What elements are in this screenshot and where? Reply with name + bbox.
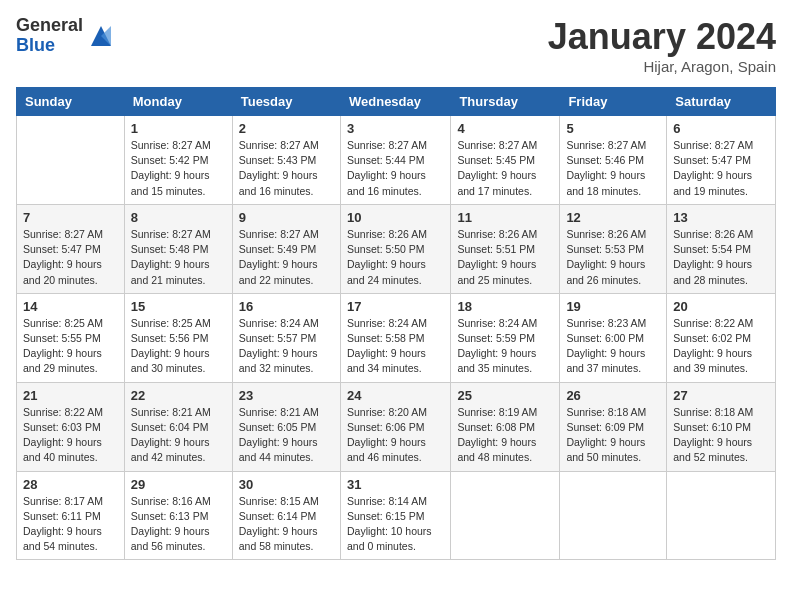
calendar-week-row: 7Sunrise: 8:27 AMSunset: 5:47 PMDaylight… xyxy=(17,204,776,293)
day-detail: Sunrise: 8:18 AMSunset: 6:09 PMDaylight:… xyxy=(566,405,660,466)
day-number: 11 xyxy=(457,210,553,225)
day-detail: Sunrise: 8:24 AMSunset: 5:59 PMDaylight:… xyxy=(457,316,553,377)
calendar-day-cell: 24Sunrise: 8:20 AMSunset: 6:06 PMDayligh… xyxy=(340,382,450,471)
day-detail: Sunrise: 8:27 AMSunset: 5:44 PMDaylight:… xyxy=(347,138,444,199)
calendar-day-cell: 23Sunrise: 8:21 AMSunset: 6:05 PMDayligh… xyxy=(232,382,340,471)
calendar-table: SundayMondayTuesdayWednesdayThursdayFrid… xyxy=(16,87,776,560)
calendar-day-cell: 3Sunrise: 8:27 AMSunset: 5:44 PMDaylight… xyxy=(340,116,450,205)
day-detail: Sunrise: 8:26 AMSunset: 5:54 PMDaylight:… xyxy=(673,227,769,288)
calendar-day-cell xyxy=(560,471,667,560)
logo-blue: Blue xyxy=(16,36,83,56)
calendar-day-cell: 1Sunrise: 8:27 AMSunset: 5:42 PMDaylight… xyxy=(124,116,232,205)
day-detail: Sunrise: 8:22 AMSunset: 6:03 PMDaylight:… xyxy=(23,405,118,466)
calendar-day-cell: 31Sunrise: 8:14 AMSunset: 6:15 PMDayligh… xyxy=(340,471,450,560)
day-number: 19 xyxy=(566,299,660,314)
day-number: 6 xyxy=(673,121,769,136)
calendar-day-cell: 9Sunrise: 8:27 AMSunset: 5:49 PMDaylight… xyxy=(232,204,340,293)
calendar-day-cell: 26Sunrise: 8:18 AMSunset: 6:09 PMDayligh… xyxy=(560,382,667,471)
day-number: 9 xyxy=(239,210,334,225)
day-number: 18 xyxy=(457,299,553,314)
calendar-day-cell: 27Sunrise: 8:18 AMSunset: 6:10 PMDayligh… xyxy=(667,382,776,471)
day-detail: Sunrise: 8:27 AMSunset: 5:47 PMDaylight:… xyxy=(673,138,769,199)
day-of-week-header: Sunday xyxy=(17,88,125,116)
day-detail: Sunrise: 8:17 AMSunset: 6:11 PMDaylight:… xyxy=(23,494,118,555)
day-detail: Sunrise: 8:19 AMSunset: 6:08 PMDaylight:… xyxy=(457,405,553,466)
day-number: 15 xyxy=(131,299,226,314)
calendar-header-row: SundayMondayTuesdayWednesdayThursdayFrid… xyxy=(17,88,776,116)
day-number: 1 xyxy=(131,121,226,136)
day-number: 26 xyxy=(566,388,660,403)
day-detail: Sunrise: 8:25 AMSunset: 5:55 PMDaylight:… xyxy=(23,316,118,377)
day-detail: Sunrise: 8:27 AMSunset: 5:42 PMDaylight:… xyxy=(131,138,226,199)
day-number: 17 xyxy=(347,299,444,314)
calendar-week-row: 14Sunrise: 8:25 AMSunset: 5:55 PMDayligh… xyxy=(17,293,776,382)
calendar-day-cell: 11Sunrise: 8:26 AMSunset: 5:51 PMDayligh… xyxy=(451,204,560,293)
day-number: 31 xyxy=(347,477,444,492)
day-number: 5 xyxy=(566,121,660,136)
calendar-day-cell: 5Sunrise: 8:27 AMSunset: 5:46 PMDaylight… xyxy=(560,116,667,205)
day-detail: Sunrise: 8:24 AMSunset: 5:58 PMDaylight:… xyxy=(347,316,444,377)
calendar-day-cell: 28Sunrise: 8:17 AMSunset: 6:11 PMDayligh… xyxy=(17,471,125,560)
calendar-day-cell: 10Sunrise: 8:26 AMSunset: 5:50 PMDayligh… xyxy=(340,204,450,293)
day-number: 8 xyxy=(131,210,226,225)
day-of-week-header: Saturday xyxy=(667,88,776,116)
day-detail: Sunrise: 8:26 AMSunset: 5:50 PMDaylight:… xyxy=(347,227,444,288)
day-detail: Sunrise: 8:15 AMSunset: 6:14 PMDaylight:… xyxy=(239,494,334,555)
calendar-day-cell: 25Sunrise: 8:19 AMSunset: 6:08 PMDayligh… xyxy=(451,382,560,471)
day-of-week-header: Tuesday xyxy=(232,88,340,116)
calendar-day-cell: 18Sunrise: 8:24 AMSunset: 5:59 PMDayligh… xyxy=(451,293,560,382)
logo-general: General xyxy=(16,16,83,36)
day-number: 12 xyxy=(566,210,660,225)
day-number: 13 xyxy=(673,210,769,225)
calendar-day-cell: 21Sunrise: 8:22 AMSunset: 6:03 PMDayligh… xyxy=(17,382,125,471)
day-detail: Sunrise: 8:27 AMSunset: 5:43 PMDaylight:… xyxy=(239,138,334,199)
day-number: 3 xyxy=(347,121,444,136)
calendar-day-cell: 16Sunrise: 8:24 AMSunset: 5:57 PMDayligh… xyxy=(232,293,340,382)
calendar-day-cell: 8Sunrise: 8:27 AMSunset: 5:48 PMDaylight… xyxy=(124,204,232,293)
day-number: 4 xyxy=(457,121,553,136)
location-subtitle: Hijar, Aragon, Spain xyxy=(548,58,776,75)
day-detail: Sunrise: 8:27 AMSunset: 5:45 PMDaylight:… xyxy=(457,138,553,199)
calendar-day-cell: 17Sunrise: 8:24 AMSunset: 5:58 PMDayligh… xyxy=(340,293,450,382)
day-number: 28 xyxy=(23,477,118,492)
calendar-day-cell: 2Sunrise: 8:27 AMSunset: 5:43 PMDaylight… xyxy=(232,116,340,205)
calendar-week-row: 1Sunrise: 8:27 AMSunset: 5:42 PMDaylight… xyxy=(17,116,776,205)
calendar-day-cell: 29Sunrise: 8:16 AMSunset: 6:13 PMDayligh… xyxy=(124,471,232,560)
day-of-week-header: Friday xyxy=(560,88,667,116)
day-of-week-header: Wednesday xyxy=(340,88,450,116)
day-detail: Sunrise: 8:14 AMSunset: 6:15 PMDaylight:… xyxy=(347,494,444,555)
calendar-week-row: 21Sunrise: 8:22 AMSunset: 6:03 PMDayligh… xyxy=(17,382,776,471)
day-detail: Sunrise: 8:20 AMSunset: 6:06 PMDaylight:… xyxy=(347,405,444,466)
day-detail: Sunrise: 8:26 AMSunset: 5:51 PMDaylight:… xyxy=(457,227,553,288)
day-detail: Sunrise: 8:21 AMSunset: 6:05 PMDaylight:… xyxy=(239,405,334,466)
day-number: 20 xyxy=(673,299,769,314)
calendar-day-cell: 19Sunrise: 8:23 AMSunset: 6:00 PMDayligh… xyxy=(560,293,667,382)
calendar-day-cell xyxy=(451,471,560,560)
calendar-day-cell: 20Sunrise: 8:22 AMSunset: 6:02 PMDayligh… xyxy=(667,293,776,382)
day-number: 2 xyxy=(239,121,334,136)
day-number: 14 xyxy=(23,299,118,314)
day-number: 21 xyxy=(23,388,118,403)
day-detail: Sunrise: 8:16 AMSunset: 6:13 PMDaylight:… xyxy=(131,494,226,555)
day-detail: Sunrise: 8:27 AMSunset: 5:48 PMDaylight:… xyxy=(131,227,226,288)
day-detail: Sunrise: 8:23 AMSunset: 6:00 PMDaylight:… xyxy=(566,316,660,377)
day-number: 24 xyxy=(347,388,444,403)
day-detail: Sunrise: 8:18 AMSunset: 6:10 PMDaylight:… xyxy=(673,405,769,466)
day-of-week-header: Monday xyxy=(124,88,232,116)
day-detail: Sunrise: 8:27 AMSunset: 5:47 PMDaylight:… xyxy=(23,227,118,288)
day-of-week-header: Thursday xyxy=(451,88,560,116)
day-detail: Sunrise: 8:27 AMSunset: 5:49 PMDaylight:… xyxy=(239,227,334,288)
calendar-week-row: 28Sunrise: 8:17 AMSunset: 6:11 PMDayligh… xyxy=(17,471,776,560)
day-number: 30 xyxy=(239,477,334,492)
title-block: January 2024 Hijar, Aragon, Spain xyxy=(548,16,776,75)
day-detail: Sunrise: 8:21 AMSunset: 6:04 PMDaylight:… xyxy=(131,405,226,466)
month-year-title: January 2024 xyxy=(548,16,776,58)
day-number: 27 xyxy=(673,388,769,403)
calendar-day-cell xyxy=(667,471,776,560)
calendar-day-cell: 12Sunrise: 8:26 AMSunset: 5:53 PMDayligh… xyxy=(560,204,667,293)
day-number: 22 xyxy=(131,388,226,403)
calendar-day-cell: 4Sunrise: 8:27 AMSunset: 5:45 PMDaylight… xyxy=(451,116,560,205)
calendar-day-cell: 22Sunrise: 8:21 AMSunset: 6:04 PMDayligh… xyxy=(124,382,232,471)
day-detail: Sunrise: 8:26 AMSunset: 5:53 PMDaylight:… xyxy=(566,227,660,288)
logo: General Blue xyxy=(16,16,115,56)
